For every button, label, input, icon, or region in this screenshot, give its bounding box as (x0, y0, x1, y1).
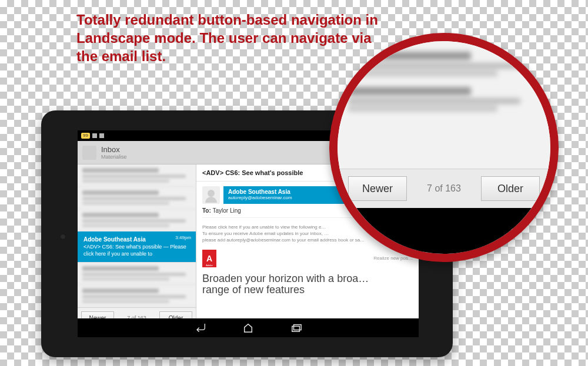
list-item[interactable] (78, 263, 196, 285)
list-item[interactable] (78, 285, 196, 307)
inbox-title: Inbox (101, 145, 127, 154)
to-label: To: (202, 207, 211, 214)
android-nav-bar (78, 318, 419, 337)
to-value: Taylor Ling (212, 207, 240, 214)
list-nav-row: Newer 7 of 163 Older (78, 307, 196, 318)
status-icon (99, 133, 104, 138)
list-item[interactable] (78, 164, 196, 187)
recents-icon[interactable] (290, 322, 303, 334)
svg-rect-1 (294, 325, 302, 330)
page-counter: 7 of 163 (427, 183, 461, 194)
app-icon[interactable] (82, 146, 96, 160)
newer-button[interactable]: Newer (348, 176, 407, 201)
older-button[interactable]: Older (159, 311, 192, 318)
magnifier-nav-row: Newer 7 of 163 Older (338, 169, 550, 208)
account-name: Materialise (101, 154, 127, 160)
front-camera (60, 234, 66, 240)
magnifier-blurred-list (338, 41, 550, 169)
avatar (202, 186, 220, 204)
app-title-block: Inbox Materialise (101, 145, 127, 160)
home-icon[interactable] (242, 322, 255, 334)
annotation-headline: Totally redundant button-based navigatio… (76, 11, 394, 66)
svg-rect-0 (292, 326, 300, 331)
notification-badge: 99 (81, 133, 90, 139)
subject-preview: <ADV> CS6: See what's possible — Please … (83, 244, 190, 257)
adobe-logo-icon: AAdobe (202, 250, 216, 267)
adobe-row: AAdobe Realize new pos… (196, 246, 419, 271)
back-icon[interactable] (502, 221, 528, 241)
adobe-label: Adobe (206, 264, 213, 267)
sender-name: Adobe Southeast Asia (83, 236, 190, 243)
list-item[interactable] (78, 187, 196, 209)
list-item[interactable] (78, 209, 196, 231)
status-icon (92, 133, 97, 138)
back-icon[interactable] (193, 322, 206, 334)
email-list[interactable]: Adobe Southeast Asia <ADV> CS6: See what… (78, 164, 196, 318)
time-label: 3:49pm (175, 235, 191, 240)
realize-text: Realize new pos… (373, 256, 413, 261)
email-body-headline: Broaden your horizon with a broa… range … (196, 271, 419, 297)
list-item-selected[interactable]: Adobe Southeast Asia <ADV> CS6: See what… (78, 231, 196, 263)
newer-button[interactable]: Newer (81, 311, 114, 318)
magnifier-callout: Newer 7 of 163 Older (329, 33, 559, 262)
older-button[interactable]: Older (481, 176, 540, 201)
